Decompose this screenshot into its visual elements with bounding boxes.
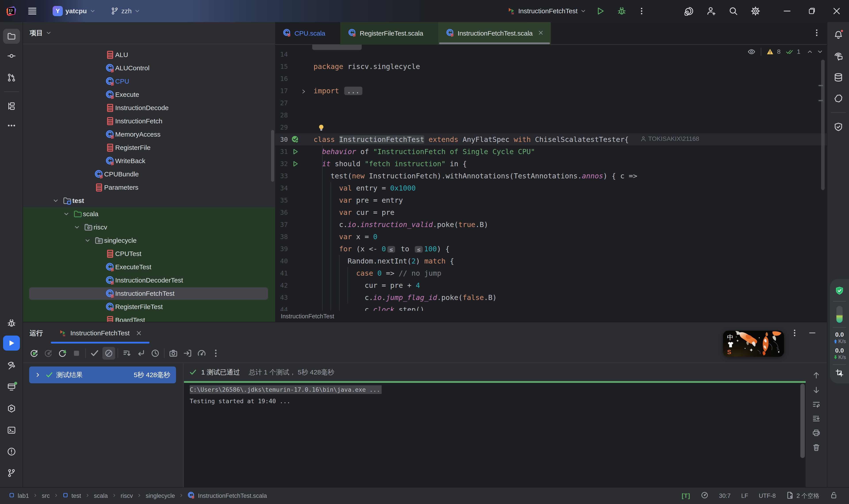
debug-button[interactable]: [617, 7, 626, 16]
status-caret-position[interactable]: 30:7: [714, 492, 736, 499]
editor-tab-InstructionFetchTest.scala[interactable]: InstructionFetchTest.scala: [438, 22, 551, 44]
breadcrumb-lab1[interactable]: lab1: [9, 492, 29, 500]
print-icon[interactable]: [812, 429, 820, 437]
tool-debug[interactable]: [3, 316, 20, 331]
more-icon[interactable]: [791, 329, 799, 337]
gutter[interactable]: 41: [275, 267, 312, 279]
tool-ci-checks[interactable]: [3, 401, 20, 416]
run-test-icon[interactable]: [291, 147, 300, 156]
memory-gauge[interactable]: [836, 306, 843, 323]
status-write-access[interactable]: [825, 491, 843, 501]
gutter[interactable]: 39: [275, 243, 312, 255]
hide-icon[interactable]: [808, 329, 816, 337]
tree-item-CPUTest[interactable]: CPUTest: [23, 247, 275, 260]
main-menu-icon[interactable]: [28, 6, 37, 16]
gutter[interactable]: 27: [275, 97, 312, 109]
editor-scrollbar[interactable]: [821, 60, 825, 190]
gutter[interactable]: 17: [275, 85, 312, 97]
tool-commit[interactable]: [3, 49, 20, 64]
tree-item-InstructionDecoderTest[interactable]: InstructionDecoderTest: [23, 274, 275, 287]
tree-item-ExecuteTest[interactable]: ExecuteTest: [23, 260, 275, 274]
close-icon[interactable]: [136, 330, 142, 336]
code-line-14[interactable]: 14: [275, 48, 827, 60]
tool-security[interactable]: [830, 119, 847, 134]
tree-item-MemoryAccess[interactable]: MemoryAccess: [23, 128, 275, 141]
intellij-logo-icon[interactable]: IJ: [6, 5, 17, 17]
test-passed-run-icon[interactable]: [291, 135, 300, 144]
gutter[interactable]: 15: [275, 60, 312, 72]
tool-version-control[interactable]: [3, 466, 20, 481]
gutter[interactable]: 30: [275, 133, 312, 145]
run-action-toggle-auto-test[interactable]: [56, 347, 69, 360]
status-line-separator[interactable]: LF: [736, 492, 754, 499]
tree-item-singlecycle[interactable]: singlecycle: [23, 234, 275, 247]
gutter[interactable]: 36: [275, 206, 312, 218]
tree-item-RegisterFileTest[interactable]: RegisterFileTest: [23, 300, 275, 313]
run-config-selector[interactable]: InstructionFetchTest: [504, 3, 590, 19]
breadcrumb-riscv[interactable]: riscv: [121, 492, 133, 499]
tree-item-CPUBundle[interactable]: CPUBundle: [23, 167, 275, 181]
tool-more-tools[interactable]: [3, 118, 20, 133]
tool-structure[interactable]: [3, 98, 20, 114]
breadcrumb-scala[interactable]: scala: [94, 492, 108, 499]
code-line-44[interactable]: 44 c.clock.step(): [275, 304, 827, 311]
status-encoding[interactable]: UTF-8: [754, 492, 781, 499]
run-action-sort-by-declaration[interactable]: [134, 347, 147, 360]
status-indent[interactable]: 2 个空格: [781, 491, 825, 501]
tree-item-test[interactable]: test: [23, 194, 275, 208]
code-line-32[interactable]: 32 it should "fetch instruction" in {: [275, 158, 827, 170]
code-line-42[interactable]: 42 cur = pre + 4: [275, 279, 827, 291]
tool-dependencies[interactable]: [830, 91, 847, 106]
status-translation[interactable]: [T]: [676, 492, 696, 499]
run-action-snapshot[interactable]: [167, 347, 180, 360]
code-editor[interactable]: 1415package riscv.singlecycle1617import …: [275, 45, 827, 311]
code-line-33[interactable]: 33 test(new InstructionFetch).withAnnota…: [275, 170, 827, 182]
code-line-41[interactable]: 41 case 0 => // no jump: [275, 267, 827, 279]
ime-status-overlay[interactable]: 中 S: [723, 331, 784, 357]
maximize-button[interactable]: [799, 0, 824, 22]
tree-item-CPU[interactable]: CPU: [23, 75, 275, 88]
close-button[interactable]: [824, 0, 849, 22]
tree-item-ALU[interactable]: ALU: [23, 48, 275, 61]
console-scrollbar[interactable]: [800, 384, 805, 458]
breadcrumb-InstructionFetchTest.scala[interactable]: InstructionFetchTest.scala: [188, 492, 267, 500]
tool-database[interactable]: [830, 70, 847, 85]
run-action-coverage[interactable]: [195, 347, 208, 360]
tree-item-ALUControl[interactable]: ALUControl: [23, 61, 275, 75]
tool-services[interactable]: [3, 380, 20, 395]
code-line-37[interactable]: 37 c.io.instruction_valid.poke(true.B): [275, 218, 827, 231]
gutter[interactable]: 43: [275, 291, 312, 304]
chevron-right-icon[interactable]: [35, 372, 41, 378]
gutter[interactable]: 31: [275, 145, 312, 158]
scroll-up-icon[interactable]: [812, 371, 820, 379]
tree-item-RegisterFile[interactable]: RegisterFile: [23, 141, 275, 154]
tool-run[interactable]: [3, 336, 20, 350]
ai-assistant-icon[interactable]: [685, 6, 694, 16]
gutter[interactable]: 34: [275, 182, 312, 194]
gutter[interactable]: 29: [275, 121, 312, 133]
gutter[interactable]: 40: [275, 255, 312, 267]
gutter[interactable]: 44: [275, 304, 312, 311]
tool-notifications[interactable]: [830, 28, 847, 42]
code-line-31[interactable]: 31 behavior of "InstructionFetch of Sing…: [275, 145, 827, 158]
code-line-43[interactable]: 43 c.io.jump_flag_id.poke(false.B): [275, 291, 827, 304]
tool-problems[interactable]: [3, 444, 20, 459]
scroll-down-icon[interactable]: [812, 386, 820, 394]
run-action-sort-by-duration[interactable]: [149, 347, 162, 360]
shield-badge-icon[interactable]: [835, 286, 844, 296]
run-action-rerun[interactable]: [28, 347, 40, 360]
console-output[interactable]: C:\Users\26586\.jdks\temurin-17.0.16\bin…: [184, 383, 806, 407]
code-line-29[interactable]: 29: [275, 121, 827, 133]
breadcrumb-singlecycle[interactable]: singlecycle: [146, 492, 175, 499]
run-action-show-passed[interactable]: [88, 347, 101, 360]
test-results-row[interactable]: 测试结果 5秒 428毫秒: [29, 366, 176, 383]
breadcrumb-src[interactable]: src: [42, 492, 50, 499]
close-tab-icon[interactable]: [538, 30, 544, 37]
add-user-icon[interactable]: [707, 6, 716, 16]
tool-project[interactable]: [3, 29, 20, 44]
tree-item-BoardTest[interactable]: BoardTest: [23, 313, 275, 322]
code-line-35[interactable]: 35 var pre = entry: [275, 194, 827, 206]
minimize-button[interactable]: [775, 0, 799, 22]
code-line-39[interactable]: 39 for (x <- 0≤ to ≤100) {: [275, 243, 827, 255]
gutter[interactable]: 33: [275, 170, 312, 182]
